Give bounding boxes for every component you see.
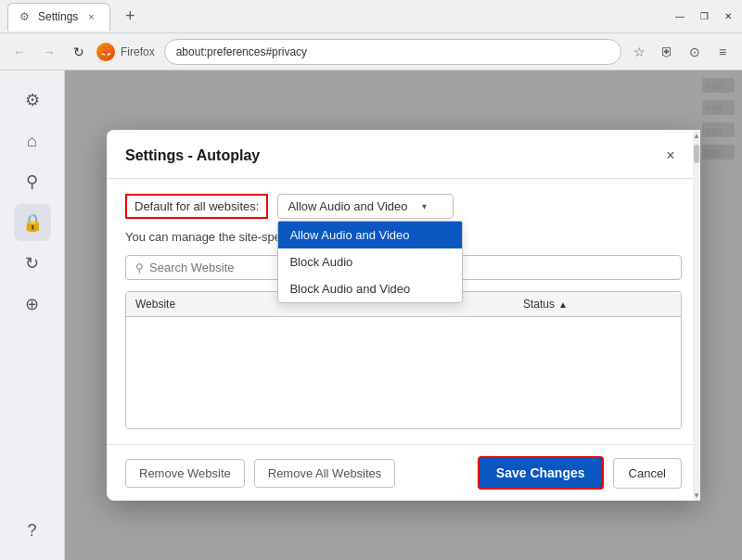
- chevron-down-icon: ▾: [422, 201, 427, 211]
- sidebar-item-help[interactable]: ?: [14, 512, 51, 549]
- title-bar: ⚙ Settings × + — ❒ ✕: [0, 0, 742, 33]
- sidebar-item-home[interactable]: ⌂: [14, 122, 51, 159]
- remove-website-button[interactable]: Remove Website: [125, 459, 245, 488]
- restore-button[interactable]: ❒: [697, 10, 710, 23]
- reload-button[interactable]: ↻: [67, 40, 91, 64]
- shield-icon[interactable]: ⛨: [655, 40, 679, 64]
- page-background: ngs... ngs... ngs... ngs... Settings - A…: [65, 70, 742, 560]
- autoplay-settings-dialog: Settings - Autoplay × Default for all we…: [107, 130, 700, 501]
- nav-icons: ☆ ⛨ ⊙ ≡: [627, 40, 735, 64]
- dropdown-item-block-audio[interactable]: Block Audio: [278, 248, 462, 275]
- table-body: [126, 317, 681, 428]
- scroll-down-button[interactable]: ▼: [693, 490, 700, 501]
- sort-icon[interactable]: ▲: [558, 299, 568, 310]
- search-icon: ⚲: [135, 261, 144, 274]
- content-area: ⚙ ⌂ ⚲ 🔒 ↻ ⊕ ? ngs... ngs... ngs... ngs..…: [0, 70, 742, 560]
- dialog-title: Settings - Autoplay: [125, 147, 260, 164]
- sidebar-item-addons[interactable]: ⊕: [14, 286, 51, 323]
- firefox-label: Firefox: [121, 45, 155, 58]
- status-label: Status: [523, 298, 555, 311]
- sidebar-item-lock[interactable]: 🔒: [14, 204, 51, 241]
- scroll-thumb[interactable]: [694, 145, 699, 163]
- dialog-scrollbar[interactable]: ▲ ▼: [693, 130, 700, 501]
- address-bar[interactable]: [164, 39, 621, 65]
- dialog-body: Default for all websites: Allow Audio an…: [107, 179, 700, 444]
- menu-icon[interactable]: ≡: [710, 40, 735, 64]
- close-button[interactable]: ✕: [722, 10, 735, 23]
- dialog-close-button[interactable]: ×: [659, 145, 682, 167]
- autoplay-dropdown-button[interactable]: Allow Audio and Video ▾: [277, 194, 454, 219]
- dropdown-item-allow-audio-video[interactable]: Allow Audio and Video: [278, 222, 462, 248]
- sidebar-item-settings[interactable]: ⚙: [14, 82, 51, 119]
- save-changes-button[interactable]: Save Changes: [478, 456, 604, 490]
- firefox-logo: 🦊: [96, 43, 115, 61]
- default-websites-label: Default for all websites:: [125, 194, 268, 219]
- forward-button[interactable]: →: [37, 40, 61, 64]
- sidebar: ⚙ ⌂ ⚲ 🔒 ↻ ⊕ ?: [0, 70, 65, 560]
- cancel-button[interactable]: Cancel: [613, 458, 682, 489]
- settings-tab-icon: ⚙: [19, 10, 32, 23]
- dropdown-wrapper: Allow Audio and Video ▾ Allow Audio and …: [277, 194, 454, 219]
- bookmark-icon[interactable]: ☆: [627, 40, 651, 64]
- tab-close-button[interactable]: ×: [83, 9, 98, 24]
- default-row: Default for all websites: Allow Audio an…: [125, 194, 682, 219]
- dropdown-selected-value: Allow Audio and Video: [288, 199, 407, 213]
- dropdown-menu: Allow Audio and Video Block Audio Block …: [277, 221, 463, 303]
- websites-table: Website Status ▲: [125, 291, 682, 429]
- scroll-up-button[interactable]: ▲: [693, 130, 700, 141]
- new-tab-button[interactable]: +: [118, 5, 142, 29]
- dialog-header: Settings - Autoplay ×: [107, 130, 700, 179]
- minimize-button[interactable]: —: [673, 10, 686, 23]
- browser-window: ⚙ Settings × + — ❒ ✕ ← → ↻ 🦊 Firefox ☆ ⛨…: [0, 0, 742, 560]
- dropdown-item-block-audio-video[interactable]: Block Audio and Video: [278, 275, 462, 302]
- status-column-header: Status ▲: [523, 298, 672, 311]
- modal-overlay: Settings - Autoplay × Default for all we…: [65, 70, 742, 560]
- back-button[interactable]: ←: [7, 40, 32, 64]
- tab-title: Settings: [38, 10, 78, 23]
- account-icon[interactable]: ⊙: [683, 40, 707, 64]
- nav-bar: ← → ↻ 🦊 Firefox ☆ ⛨ ⊙ ≡: [0, 33, 742, 70]
- window-controls: — ❒ ✕: [673, 10, 735, 23]
- remove-all-websites-button[interactable]: Remove All Websites: [254, 459, 396, 488]
- dialog-footer: Remove Website Remove All Websites Save …: [107, 444, 700, 501]
- sidebar-item-search[interactable]: ⚲: [14, 163, 51, 200]
- browser-tab[interactable]: ⚙ Settings ×: [7, 3, 110, 31]
- sidebar-item-sync[interactable]: ↻: [14, 245, 51, 282]
